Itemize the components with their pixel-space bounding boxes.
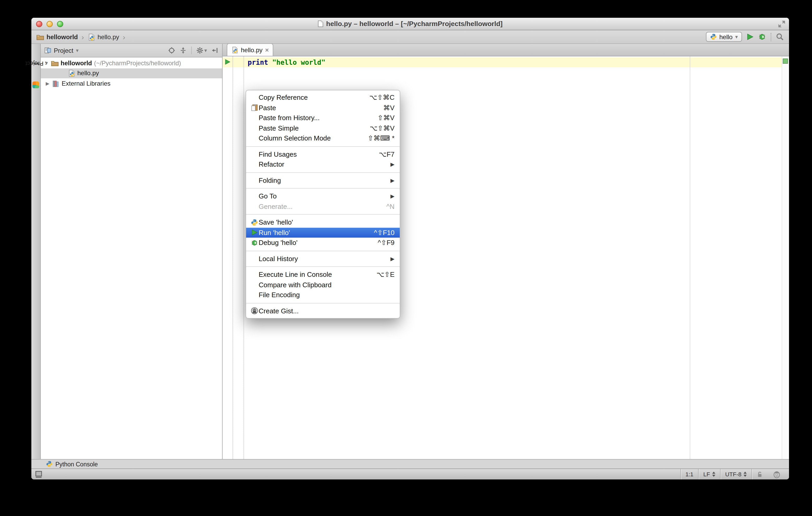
run-button[interactable] bbox=[747, 33, 753, 40]
project-view-select[interactable]: Project bbox=[54, 47, 74, 54]
unlock-icon bbox=[757, 471, 763, 478]
menu-item-folding[interactable]: Folding ▶ bbox=[246, 175, 400, 185]
encoding-widget[interactable]: UTF-8 bbox=[721, 469, 751, 480]
inspection-ok-indicator[interactable] bbox=[783, 59, 788, 64]
zoom-window-button[interactable] bbox=[57, 21, 63, 27]
menu-item-find-usages[interactable]: Find Usages ⌥F7 bbox=[246, 149, 400, 159]
tree-collapsed-icon[interactable]: ▶ bbox=[45, 81, 50, 86]
menu-separator bbox=[246, 303, 400, 303]
tab-hello-py[interactable]: hello.py × bbox=[227, 43, 273, 56]
run-configuration-select[interactable]: hello ▾ bbox=[706, 32, 742, 42]
inspector-icon bbox=[773, 470, 781, 478]
menu-separator bbox=[246, 266, 400, 267]
debug-button[interactable] bbox=[758, 33, 766, 41]
python-file-icon bbox=[68, 70, 75, 77]
tree-root-path: (~/PycharmProjects/helloworld) bbox=[94, 60, 181, 67]
breadcrumb-chevron-icon: › bbox=[122, 33, 126, 41]
menu-item-debug-hello[interactable]: Debug 'hello' ^⇧F9 bbox=[246, 238, 400, 248]
code-keyword: print bbox=[248, 59, 268, 66]
menu-item-generate: Generate... ^N bbox=[246, 201, 400, 212]
fullscreen-resize-icon[interactable] bbox=[778, 20, 785, 28]
menu-item-execute-line-in-console[interactable]: Execute Line in Console ⌥⇧E bbox=[246, 270, 400, 280]
submenu-arrow-icon: ▶ bbox=[390, 193, 395, 199]
window-title-area: hello.py – helloworld – [~/PycharmProjec… bbox=[318, 20, 502, 28]
error-stripe bbox=[782, 56, 789, 459]
line-separator-widget[interactable]: LF bbox=[699, 469, 720, 480]
menu-separator bbox=[246, 146, 400, 147]
run-marker-gutter bbox=[234, 56, 244, 459]
window-title: hello.py – helloworld – [~/PycharmProjec… bbox=[326, 20, 502, 28]
python-file-icon bbox=[88, 33, 95, 40]
menu-item-copy-reference[interactable]: Copy Reference ⌥⇧⌘C bbox=[246, 92, 400, 102]
submenu-arrow-icon: ▶ bbox=[390, 162, 395, 168]
settings-group[interactable]: ▾ bbox=[197, 47, 207, 54]
tree-row-external-libraries[interactable]: ▶ External Libraries bbox=[41, 78, 222, 89]
menu-item-compare-with-clipboard[interactable]: Compare with Clipboard bbox=[246, 280, 400, 290]
right-margin-guide bbox=[690, 56, 690, 459]
run-line-marker-icon[interactable] bbox=[225, 59, 230, 65]
menu-item-paste-from-history[interactable]: Paste from History... ⇧⌘V bbox=[246, 113, 400, 123]
title-bar[interactable]: hello.py – helloworld – [~/PycharmProjec… bbox=[31, 18, 789, 30]
github-icon bbox=[251, 307, 258, 315]
editor-tab-bar: hello.py × bbox=[223, 44, 789, 56]
python-console-button[interactable]: Python Console bbox=[46, 461, 98, 467]
project-tab-label: : Project bbox=[25, 61, 47, 67]
clipboard-icon bbox=[251, 104, 258, 112]
chevron-down-icon[interactable]: ▾ bbox=[76, 48, 79, 53]
breadcrumb-file[interactable]: hello.py bbox=[97, 33, 119, 40]
toolbar-right: hello ▾ bbox=[706, 32, 784, 42]
menu-item-local-history[interactable]: Local History ▶ bbox=[246, 253, 400, 264]
python-file-icon bbox=[231, 47, 238, 53]
minimize-window-button[interactable] bbox=[47, 21, 53, 27]
tree-row-root[interactable]: ▼ helloworld (~/PycharmProjects/hellowor… bbox=[41, 58, 222, 68]
menu-item-paste-simple[interactable]: Paste Simple ⌥⇧⌘V bbox=[246, 123, 400, 133]
stepper-icon bbox=[744, 472, 747, 477]
toolbar-separator bbox=[191, 47, 192, 54]
menu-item-create-gist[interactable]: Create Gist... bbox=[246, 306, 400, 316]
editor-context-menu: Copy Reference ⌥⇧⌘C Paste ⌘V Paste from … bbox=[245, 90, 400, 318]
libraries-icon bbox=[52, 80, 60, 87]
run-icon bbox=[251, 230, 257, 236]
chevron-down-icon: ▾ bbox=[735, 34, 738, 40]
navigation-bar: helloworld › hello.py › hello ▾ bbox=[31, 30, 789, 44]
hide-panel-icon[interactable] bbox=[212, 47, 219, 54]
caret-position-widget[interactable]: 1:1 bbox=[680, 469, 698, 480]
toolbar-separator bbox=[771, 33, 771, 41]
readonly-toggle[interactable] bbox=[752, 469, 768, 480]
menu-item-paste[interactable]: Paste ⌘V bbox=[246, 102, 400, 113]
main-area: 1: Project Project ▾ ▾ bbox=[31, 44, 789, 459]
menu-item-save-hello[interactable]: Save 'hello' bbox=[246, 217, 400, 227]
collapse-all-icon[interactable] bbox=[180, 47, 186, 54]
folder-icon bbox=[51, 60, 59, 66]
document-icon bbox=[318, 20, 323, 27]
project-panel-toolbar: ▾ bbox=[168, 47, 219, 54]
project-view-icon bbox=[45, 47, 51, 54]
breadcrumb-project[interactable]: helloworld bbox=[47, 33, 78, 40]
menu-item-refactor[interactable]: Refactor ▶ bbox=[246, 159, 400, 170]
status-bar-right: 1:1 LF UTF-8 bbox=[680, 469, 785, 480]
tree-root-label: helloworld bbox=[61, 60, 92, 67]
tool-window-stripe: 1: Project bbox=[31, 44, 41, 459]
close-window-button[interactable] bbox=[36, 21, 42, 27]
menu-item-run-hello[interactable]: Run 'hello' ^⇧F10 bbox=[246, 227, 400, 238]
locate-icon[interactable] bbox=[168, 47, 175, 54]
status-bar: 1:1 LF UTF-8 bbox=[31, 468, 789, 480]
menu-item-file-encoding[interactable]: File Encoding bbox=[246, 290, 400, 300]
menu-item-go-to[interactable]: Go To ▶ bbox=[246, 191, 400, 201]
menu-item-column-selection-mode[interactable]: Column Selection Mode ⇧⌘⌨ * bbox=[246, 133, 400, 143]
line-number-gutter bbox=[223, 56, 233, 459]
sidebar-item-project[interactable]: 1: Project bbox=[31, 49, 40, 78]
folder-icon bbox=[36, 34, 44, 40]
python-icon bbox=[251, 219, 258, 226]
inspection-profile-widget[interactable] bbox=[768, 469, 785, 480]
close-icon[interactable]: × bbox=[265, 46, 269, 54]
python-console-label: Python Console bbox=[55, 461, 98, 467]
menu-separator bbox=[246, 214, 400, 215]
toggle-tool-windows-icon[interactable] bbox=[35, 471, 42, 478]
menu-separator bbox=[246, 172, 400, 173]
project-panel-header: Project ▾ ▾ bbox=[41, 44, 222, 57]
chevron-down-icon: ▾ bbox=[204, 48, 207, 53]
search-icon[interactable] bbox=[776, 33, 784, 41]
code-string: "hello world" bbox=[272, 59, 325, 66]
tree-row-file[interactable]: hello.py bbox=[41, 68, 222, 78]
